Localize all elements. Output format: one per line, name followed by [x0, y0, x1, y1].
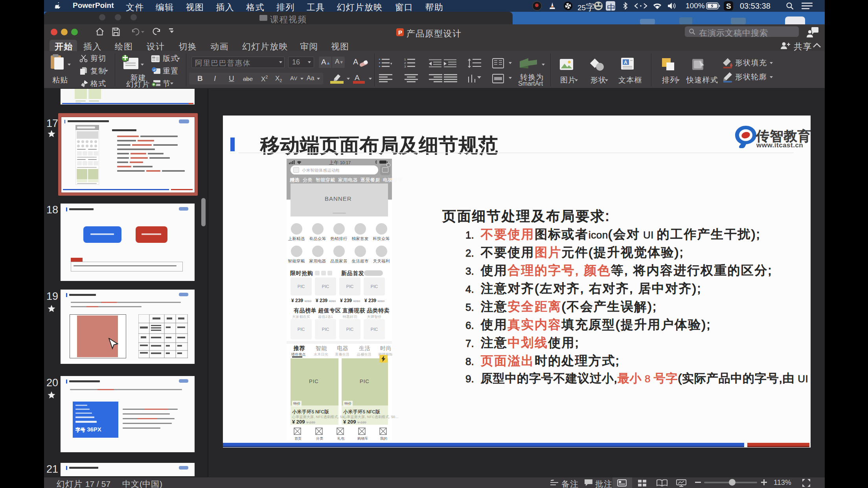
svg-text:A: A	[624, 60, 627, 65]
svg-text:1: 1	[404, 58, 406, 61]
svg-text:2: 2	[404, 61, 406, 65]
svg-text:3: 3	[404, 65, 406, 68]
